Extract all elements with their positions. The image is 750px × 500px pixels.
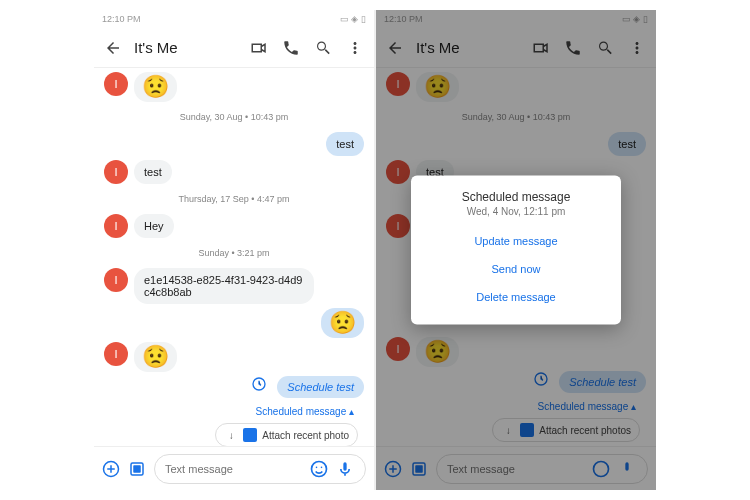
message-out[interactable]: 😟 (104, 308, 364, 338)
date-divider: Sunday, 30 Aug • 10:43 pm (104, 112, 364, 122)
emoji-sad: 😟 (134, 342, 177, 372)
avatar: I (386, 160, 410, 184)
date-divider: Thursday, 17 Sep • 4:47 pm (104, 194, 364, 204)
clock-icon (533, 371, 549, 387)
chat-header: It's Me (94, 28, 374, 68)
status-time: 12:10 PM (102, 14, 141, 24)
scheduled-message-dialog: Scheduled message Wed, 4 Nov, 12:11 pm U… (411, 176, 621, 325)
chat-area[interactable]: I 😟 Sunday, 30 Aug • 10:43 pm test I tes… (94, 68, 374, 446)
status-icons: ▭ ◈ ▯ (622, 14, 648, 24)
attach-chip[interactable]: ↓ Attach recent photo (215, 423, 358, 446)
photo-icon (243, 428, 257, 442)
gallery-icon (410, 459, 428, 479)
message-in[interactable]: I 😟 (104, 342, 364, 372)
emoji-sad: 😟 (134, 72, 177, 102)
chat-title: It's Me (416, 39, 520, 56)
emoji-icon[interactable] (309, 459, 329, 479)
scheduled-row: Schedule test (386, 371, 646, 393)
search-icon[interactable] (594, 37, 616, 59)
back-icon[interactable] (102, 37, 124, 59)
avatar: I (104, 160, 128, 184)
call-icon[interactable] (562, 37, 584, 59)
composer (376, 446, 656, 490)
svg-rect-13 (625, 462, 628, 470)
download-icon: ↓ (224, 428, 238, 442)
svg-rect-3 (133, 465, 141, 473)
chat-title: It's Me (134, 39, 238, 56)
phone-left: 12:10 PM ▭ ◈ ▯ It's Me I 😟 Sunday, 30 Au… (94, 10, 374, 490)
video-icon[interactable] (530, 37, 552, 59)
attach-label: Attach recent photo (262, 430, 349, 441)
svg-point-9 (386, 461, 401, 476)
mic-icon (617, 459, 637, 479)
status-time: 12:10 PM (384, 14, 423, 24)
update-message-button[interactable]: Update message (421, 227, 611, 255)
back-icon[interactable] (384, 37, 406, 59)
add-icon (384, 459, 402, 479)
emoji-icon (591, 459, 611, 479)
message-in[interactable]: I Hey (104, 214, 364, 238)
gallery-icon[interactable] (128, 459, 146, 479)
more-icon[interactable] (344, 37, 366, 59)
message-in[interactable]: I e1e14538-e825-4f31-9423-d4d9c4c8b8ab (104, 268, 364, 304)
svg-point-4 (312, 461, 327, 476)
avatar: I (386, 337, 410, 361)
mic-icon[interactable] (335, 459, 355, 479)
avatar: I (104, 214, 128, 238)
avatar: I (386, 72, 410, 96)
attach-chip: ↓ Attach recent photos (492, 418, 640, 442)
emoji-sad: 😟 (321, 308, 364, 338)
svg-point-12 (594, 461, 609, 476)
scheduled-message-pill: Schedule test (277, 376, 364, 398)
avatar: I (104, 268, 128, 292)
more-icon[interactable] (626, 37, 648, 59)
avatar: I (104, 72, 128, 96)
scheduled-row[interactable]: Schedule test (104, 376, 364, 398)
search-icon[interactable] (312, 37, 334, 59)
add-icon[interactable] (102, 459, 120, 479)
video-icon[interactable] (248, 37, 270, 59)
phone-right: 12:10 PM ▭ ◈ ▯ It's Me I😟 Sunday, 30 Aug… (376, 10, 656, 490)
svg-point-8 (535, 373, 547, 385)
dialog-title: Scheduled message (421, 190, 611, 204)
call-icon[interactable] (280, 37, 302, 59)
message-in[interactable]: I test (104, 160, 364, 184)
svg-point-6 (321, 466, 323, 468)
dialog-subtitle: Wed, 4 Nov, 12:11 pm (421, 206, 611, 217)
svg-point-5 (316, 466, 318, 468)
message-in[interactable]: I 😟 (104, 72, 364, 102)
message-input[interactable] (165, 463, 303, 475)
svg-rect-10 (413, 463, 425, 475)
text-input-pill[interactable] (154, 454, 366, 484)
message-input (447, 463, 585, 475)
svg-rect-11 (415, 465, 423, 473)
message-out[interactable]: test (104, 132, 364, 156)
svg-rect-7 (343, 462, 346, 470)
avatar: I (104, 342, 128, 366)
chat-header: It's Me (376, 28, 656, 68)
download-icon: ↓ (501, 423, 515, 437)
send-now-button[interactable]: Send now (421, 255, 611, 283)
status-bar: 12:10 PM ▭ ◈ ▯ (376, 10, 656, 28)
composer (94, 446, 374, 490)
photo-icon (520, 423, 534, 437)
date-divider: Sunday • 3:21 pm (104, 248, 364, 258)
scheduled-link[interactable]: Scheduled message ▴ (104, 406, 354, 417)
status-icons: ▭ ◈ ▯ (340, 14, 366, 24)
delete-message-button[interactable]: Delete message (421, 283, 611, 311)
avatar: I (386, 214, 410, 238)
clock-icon (251, 376, 267, 392)
status-bar: 12:10 PM ▭ ◈ ▯ (94, 10, 374, 28)
